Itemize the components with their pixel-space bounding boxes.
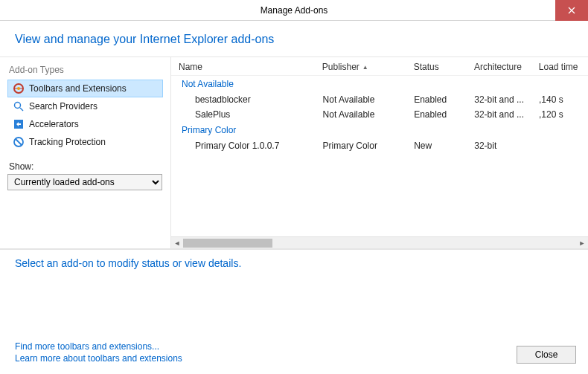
column-header-publisher-label: Publisher <box>322 62 359 72</box>
group-header[interactable]: Not Available <box>171 76 588 92</box>
cell-load-time: ,120 s <box>539 109 588 120</box>
addon-table: Name Publisher ▲ Status Architecture Loa… <box>171 57 588 236</box>
column-header-status[interactable]: Status <box>414 62 474 72</box>
column-header-publisher[interactable]: Publisher ▲ <box>322 62 414 72</box>
scroll-left-button[interactable]: ◄ <box>171 237 183 249</box>
svg-point-2 <box>15 103 21 109</box>
content-area: Name Publisher ▲ Status Architecture Loa… <box>171 57 588 248</box>
horizontal-scrollbar[interactable]: ◄ ► <box>171 236 588 248</box>
sidebar-item-label: Toolbars and Extensions <box>29 83 127 94</box>
toolbars-icon <box>13 83 25 94</box>
cell-publisher: Primary Color <box>323 141 415 151</box>
sidebar-item-accelerators[interactable]: Accelerators <box>7 115 163 133</box>
main-area: Add-on Types Toolbars and Extensions Sea… <box>0 57 588 249</box>
sidebar-item-toolbars-extensions[interactable]: Toolbars and Extensions <box>7 80 163 97</box>
table-header: Name Publisher ▲ Status Architecture Loa… <box>171 60 588 76</box>
cell-status: Enabled <box>414 109 474 120</box>
scroll-track[interactable] <box>183 237 576 249</box>
close-button[interactable]: Close <box>517 346 576 364</box>
show-dropdown[interactable]: Currently loaded add-ons <box>7 174 162 190</box>
sidebar-item-tracking-protection[interactable]: Tracking Protection <box>7 133 163 151</box>
sidebar: Add-on Types Toolbars and Extensions Sea… <box>0 57 171 248</box>
cell-name: SalePlus <box>177 109 323 120</box>
find-more-link[interactable]: Find more toolbars and extensions... <box>15 341 182 352</box>
detail-panel: Select an add-on to modify status or vie… <box>0 249 588 338</box>
cell-architecture: 32-bit and ... <box>474 109 539 120</box>
cell-name: Primary Color 1.0.0.7 <box>177 141 323 151</box>
footer-links: Find more toolbars and extensions... Lea… <box>15 341 182 364</box>
cell-load-time: ,140 s <box>539 94 588 105</box>
sort-ascending-icon: ▲ <box>362 64 368 71</box>
window-title: Manage Add-ons <box>0 5 588 16</box>
scroll-thumb[interactable] <box>183 239 272 248</box>
sidebar-heading: Add-on Types <box>9 65 163 75</box>
group-header[interactable]: Primary Color <box>171 122 588 138</box>
cell-status: Enabled <box>414 94 474 105</box>
header: View and manage your Internet Explorer a… <box>0 21 588 57</box>
scroll-right-button[interactable]: ► <box>576 237 588 249</box>
detail-placeholder: Select an add-on to modify status or vie… <box>15 257 573 269</box>
titlebar: Manage Add-ons <box>0 0 588 21</box>
page-title: View and manage your Internet Explorer a… <box>15 33 573 46</box>
cell-load-time <box>539 141 588 151</box>
cell-architecture: 32-bit and ... <box>474 94 539 105</box>
cell-name: bestadblocker <box>177 94 323 105</box>
show-label: Show: <box>9 161 163 172</box>
footer: Find more toolbars and extensions... Lea… <box>0 338 588 374</box>
cell-architecture: 32-bit <box>474 141 539 151</box>
sidebar-item-label: Search Providers <box>29 101 98 112</box>
table-row[interactable]: SalePlus Not Available Enabled 32-bit an… <box>171 107 588 122</box>
cell-publisher: Not Available <box>323 94 415 105</box>
accelerators-icon <box>13 118 25 130</box>
column-header-name[interactable]: Name <box>177 62 322 72</box>
column-header-architecture[interactable]: Architecture <box>474 62 539 72</box>
sidebar-item-label: Accelerators <box>29 119 79 129</box>
sidebar-item-label: Tracking Protection <box>29 137 106 147</box>
search-icon <box>13 100 25 112</box>
tracking-protection-icon <box>13 136 25 148</box>
column-header-load-time[interactable]: Load time <box>539 62 588 72</box>
sidebar-item-search-providers[interactable]: Search Providers <box>7 97 163 115</box>
cell-status: New <box>414 141 474 151</box>
table-row[interactable]: bestadblocker Not Available Enabled 32-b… <box>171 92 588 107</box>
close-icon <box>568 7 575 14</box>
cell-publisher: Not Available <box>323 109 415 120</box>
table-row[interactable]: Primary Color 1.0.0.7 Primary Color New … <box>171 138 588 153</box>
svg-point-1 <box>17 87 20 90</box>
learn-more-link[interactable]: Learn more about toolbars and extensions <box>15 353 182 364</box>
window-close-button[interactable] <box>555 0 588 21</box>
